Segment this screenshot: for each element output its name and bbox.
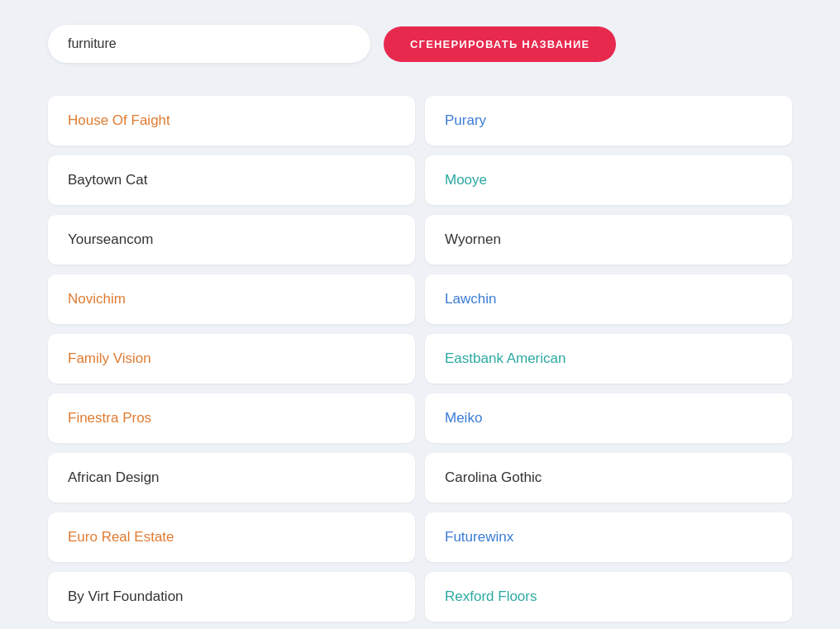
name-card[interactable]: Yourseancom xyxy=(48,215,415,264)
name-card-text: Futurewinx xyxy=(445,529,513,545)
name-card[interactable]: Novichim xyxy=(48,274,415,324)
name-card-text: Eastbank American xyxy=(445,350,566,366)
name-card[interactable]: Euro Real Estate xyxy=(48,512,415,562)
name-card[interactable]: By Virt Foundation xyxy=(48,572,415,622)
name-card[interactable]: Baytown Cat xyxy=(48,155,415,205)
name-card[interactable]: House Of Faight xyxy=(48,96,415,145)
name-card-text: African Design xyxy=(68,469,160,485)
name-card-text: Finestra Pros xyxy=(68,410,151,426)
name-card-text: Baytown Cat xyxy=(68,172,147,188)
name-card[interactable]: Carolina Gothic xyxy=(425,453,792,503)
names-grid: House Of FaightPuraryBaytown CatMooyeYou… xyxy=(48,96,792,622)
name-card-text: Yourseancom xyxy=(68,231,153,247)
name-card[interactable]: Wyornen xyxy=(425,215,792,264)
name-card-text: Rexford Floors xyxy=(445,588,537,604)
name-card-text: Mooye xyxy=(445,172,487,188)
name-card-text: Meiko xyxy=(445,410,482,426)
name-card-text: Novichim xyxy=(68,291,126,307)
name-card[interactable]: Meiko xyxy=(425,393,792,443)
name-card[interactable]: Eastbank American xyxy=(425,334,792,384)
name-card[interactable]: Family Vision xyxy=(48,334,415,384)
name-card-text: Carolina Gothic xyxy=(445,469,542,485)
name-card-text: Purary xyxy=(445,112,486,128)
name-card-text: Lawchin xyxy=(445,291,496,307)
generate-button[interactable]: СГЕНЕРИРОВАТЬ НАЗВАНИЕ xyxy=(384,26,616,62)
name-card[interactable]: African Design xyxy=(48,453,415,503)
name-card[interactable]: Purary xyxy=(425,96,792,145)
name-card[interactable]: Mooye xyxy=(425,155,792,205)
name-card-text: House Of Faight xyxy=(68,112,170,128)
name-card[interactable]: Finestra Pros xyxy=(48,393,415,443)
search-input[interactable] xyxy=(48,25,370,63)
name-card-text: Wyornen xyxy=(445,231,501,247)
top-bar: СГЕНЕРИРОВАТЬ НАЗВАНИЕ xyxy=(48,25,792,63)
name-card[interactable]: Rexford Floors xyxy=(425,572,792,622)
name-card[interactable]: Futurewinx xyxy=(425,512,792,562)
name-card-text: Euro Real Estate xyxy=(68,529,174,545)
name-card-text: By Virt Foundation xyxy=(68,588,184,604)
name-card-text: Family Vision xyxy=(68,350,151,366)
name-card[interactable]: Lawchin xyxy=(425,274,792,324)
